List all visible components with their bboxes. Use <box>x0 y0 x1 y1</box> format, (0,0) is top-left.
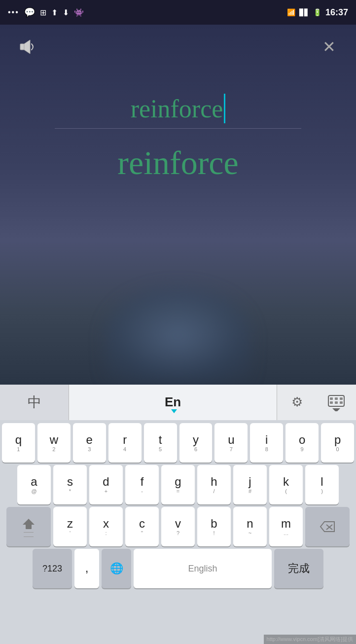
text-cursor <box>224 94 225 123</box>
globe-key[interactable]: 🌐 <box>102 549 131 588</box>
key-h[interactable]: h/ <box>197 465 231 504</box>
lang-cursor-mark <box>171 409 177 413</box>
keyboard-hide-button[interactable] <box>317 385 356 420</box>
settings-button[interactable]: ⚙ <box>277 385 317 420</box>
key-w[interactable]: w2 <box>37 423 71 463</box>
key-row-1: q1 w2 e3 r4 t5 y6 u7 i8 o9 p0 <box>2 423 354 463</box>
svg-rect-10 <box>26 528 32 529</box>
watermark: http://www.vipcn.com[清风网络]提供 <box>264 635 356 644</box>
status-bar: ••• 💬 ⊞ ⬆ ⬇ 👾 📶 ▊▋ 🔋 16:37 <box>0 0 356 25</box>
svg-rect-7 <box>335 401 338 404</box>
close-button[interactable]: ✕ <box>317 35 341 59</box>
grid-icon: ⊞ <box>40 8 46 17</box>
key-i[interactable]: i8 <box>250 423 283 463</box>
key-k[interactable]: k( <box>269 465 303 504</box>
key-v[interactable]: v? <box>161 507 195 546</box>
shift-key[interactable] <box>6 507 51 546</box>
svg-rect-8 <box>340 401 343 404</box>
num-key[interactable]: ?123 <box>33 549 72 588</box>
key-u[interactable]: u7 <box>214 423 248 463</box>
space-key[interactable]: English <box>134 549 272 588</box>
background-figure <box>104 286 252 385</box>
key-row-2: a@ s* d+ f- g= h/ j# k( l) <box>2 465 354 504</box>
key-f[interactable]: f- <box>125 465 159 504</box>
download-icon: ⬇ <box>63 8 69 17</box>
key-l[interactable]: l) <box>305 465 339 504</box>
key-q[interactable]: q1 <box>2 423 35 463</box>
signal-icon: ▊▋ <box>299 9 309 16</box>
done-key[interactable]: 完成 <box>274 549 323 588</box>
key-x[interactable]: x: <box>89 507 123 546</box>
sound-button[interactable] <box>15 35 39 59</box>
key-o[interactable]: o9 <box>285 423 319 463</box>
key-d[interactable]: d+ <box>89 465 123 504</box>
status-right: 📶 ▊▋ 🔋 16:37 <box>287 7 348 18</box>
key-e[interactable]: e3 <box>73 423 106 463</box>
svg-marker-1 <box>24 40 30 54</box>
underline-divider <box>55 128 301 129</box>
svg-marker-9 <box>23 519 35 529</box>
dots-icon: ••• <box>8 8 19 17</box>
arrow-icon: ⬆ <box>51 8 58 17</box>
key-j[interactable]: j# <box>233 465 267 504</box>
svg-rect-0 <box>20 44 24 50</box>
wifi-icon: 📶 <box>287 8 295 16</box>
key-row-4: ?123 , 🌐 English 完成 <box>2 549 354 588</box>
close-icon: ✕ <box>322 37 336 56</box>
key-r[interactable]: r4 <box>108 423 142 463</box>
key-s[interactable]: s* <box>53 465 87 504</box>
svg-rect-5 <box>340 397 343 400</box>
svg-rect-6 <box>330 401 333 404</box>
svg-marker-11 <box>320 522 334 532</box>
settings-icon: ⚙ <box>291 394 303 410</box>
clock: 16:37 <box>325 7 348 18</box>
key-t[interactable]: t5 <box>144 423 177 463</box>
key-row-3: z' x: c" v? b! n~ m… <box>2 507 354 546</box>
svg-rect-4 <box>335 397 338 400</box>
keys-area: q1 w2 e3 r4 t5 y6 u7 i8 o9 p0 a@ s* d+ f… <box>0 420 356 644</box>
globe-icon: 🌐 <box>110 562 123 575</box>
key-n[interactable]: n~ <box>233 507 267 546</box>
key-comma[interactable]: , <box>74 549 99 588</box>
key-a[interactable]: a@ <box>17 465 51 504</box>
wechat-icon: 💬 <box>24 7 35 18</box>
english-lang-label: En <box>165 394 181 410</box>
key-g[interactable]: g= <box>161 465 195 504</box>
key-z[interactable]: z' <box>53 507 87 546</box>
face-icon: 👾 <box>74 8 84 17</box>
key-p[interactable]: p0 <box>321 423 354 463</box>
battery-icon: 🔋 <box>313 8 321 16</box>
backspace-key[interactable] <box>305 507 350 546</box>
app-area: ✕ reinforce reinforce <box>0 25 356 385</box>
chinese-lang-button[interactable]: 中 <box>0 385 69 420</box>
target-word: reinforce <box>117 143 238 182</box>
key-c[interactable]: c" <box>125 507 159 546</box>
typed-word[interactable]: reinforce <box>131 94 226 123</box>
status-icons: ••• 💬 ⊞ ⬆ ⬇ 👾 <box>8 7 84 18</box>
keyboard-area: 中 En ⚙ q1 w2 e3 <box>0 385 356 644</box>
english-lang-button[interactable]: En <box>69 385 277 420</box>
lang-bar: 中 En ⚙ <box>0 385 356 420</box>
key-b[interactable]: b! <box>197 507 231 546</box>
svg-rect-3 <box>330 397 333 400</box>
key-m[interactable]: m… <box>269 507 303 546</box>
svg-rect-2 <box>328 395 344 406</box>
word-input-area: reinforce reinforce <box>0 94 356 182</box>
typed-text: reinforce <box>131 94 223 123</box>
key-y[interactable]: y6 <box>179 423 213 463</box>
